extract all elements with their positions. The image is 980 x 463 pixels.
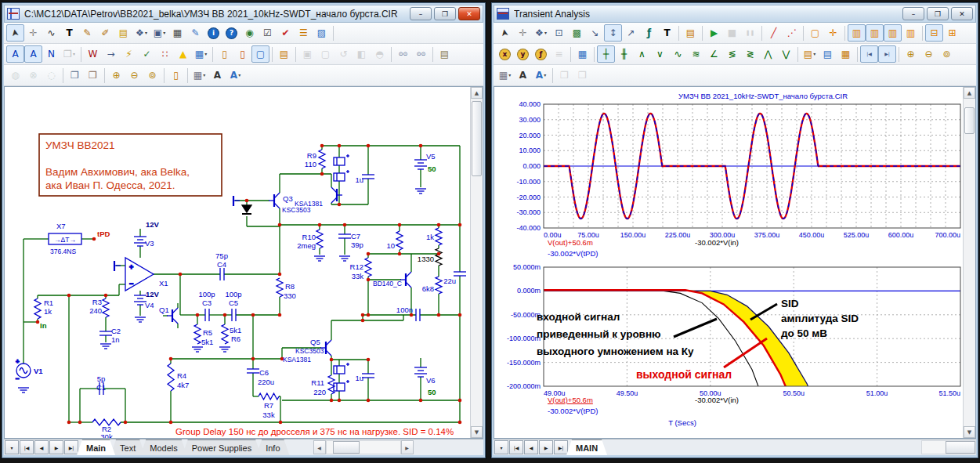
font-button[interactable]: A	[514, 67, 532, 84]
split-view-button[interactable]: ▦▾	[190, 67, 208, 84]
font-button[interactable]: A	[208, 67, 226, 84]
font-color-button[interactable]: A▾	[226, 67, 244, 84]
analysis-titlebar[interactable]: Transient Analysis – ❐ ✕	[494, 5, 976, 23]
scroll-down-icon[interactable]: ▼	[964, 426, 975, 438]
scroll-left-icon[interactable]: ◀	[313, 440, 326, 454]
envelope-bottom-button[interactable]: ⋁	[777, 45, 795, 63]
select-tool-button[interactable]: ➤	[496, 24, 514, 42]
watch-nodes-button[interactable]: W	[84, 45, 102, 63]
tab-prev-button[interactable]: ◀	[524, 440, 538, 454]
tab-last-button[interactable]: ▶|	[554, 440, 568, 454]
go-to-crossing-button[interactable]: ≶	[723, 45, 741, 63]
clipboard-copy-button[interactable]: ▤▾	[801, 45, 819, 63]
tab-menu-button[interactable]: ▾	[494, 440, 508, 454]
info-button[interactable]: i	[204, 24, 222, 42]
zoom-out-button[interactable]: ⊖	[920, 45, 938, 63]
text-mode-button[interactable]: T	[658, 24, 676, 42]
pan-tool-button[interactable]: ✛	[514, 24, 532, 42]
tab-last-button[interactable]: ▶|	[64, 440, 78, 454]
properties-button[interactable]: ▤	[682, 24, 700, 42]
cursor-branch-button[interactable]: ╫	[615, 45, 633, 63]
panel-single-button[interactable]: ▥	[848, 24, 866, 42]
page-settings-button[interactable]: ▨	[313, 24, 331, 42]
cursor-mode-button[interactable]: ↕	[604, 24, 622, 42]
minimize-button[interactable]: –	[902, 7, 924, 20]
node-numbers-button[interactable]: N	[42, 45, 60, 63]
zoom-area-button[interactable]: ⊚	[143, 67, 161, 84]
enable-toggle-button[interactable]: ☑	[259, 24, 277, 42]
help-button[interactable]: ?	[222, 24, 240, 42]
tab-power-supplies[interactable]: Power Supplies	[183, 439, 261, 455]
pan-tool-button[interactable]: ✛	[24, 24, 42, 42]
go-to-value-button[interactable]: ▦	[837, 45, 855, 63]
analysis-horizontal-scrollbar[interactable]	[921, 440, 976, 454]
flag-mode-button[interactable]: ✐	[96, 24, 114, 42]
tab-prev-button[interactable]: ◀	[34, 440, 49, 454]
scroll-right-icon[interactable]: ▶	[401, 440, 414, 454]
expand-plot-button[interactable]: ✛	[824, 24, 842, 42]
schematic-horizontal-scrollbar[interactable]	[326, 440, 401, 454]
panel-wide-button[interactable]: ▥	[902, 24, 920, 42]
go-to-slope-button[interactable]: ∠	[705, 45, 723, 63]
page-view-button[interactable]: ▯	[167, 67, 185, 84]
bring-to-front-button[interactable]: ❐	[66, 67, 84, 84]
panel-stack-button[interactable]: ▥	[866, 24, 884, 42]
data-box-button[interactable]: ▢	[806, 24, 824, 42]
scroll-down-icon[interactable]: ▼	[471, 426, 483, 438]
minimize-button[interactable]: –	[410, 7, 432, 20]
cursor-left-button[interactable]: |◀	[860, 45, 878, 63]
delete-tag-button[interactable]: ⋰	[783, 24, 801, 42]
tab-info[interactable]: Info	[256, 439, 289, 455]
text-mode-button[interactable]: T	[60, 24, 78, 42]
schematic-canvas[interactable]: +−+−X7→ΔT→376.4NStPD12VV3X112VV4Q1R11kIn…	[5, 87, 472, 438]
scrollbar-thumb[interactable]	[964, 107, 975, 134]
panel-tile-button[interactable]: ▥	[884, 24, 902, 42]
new-page-button[interactable]: ▯	[215, 45, 233, 63]
select-region-button[interactable]: ▢	[251, 45, 269, 63]
graphics-mode-button[interactable]: ✎	[78, 24, 96, 42]
one-curve-button[interactable]: ⊟	[925, 24, 943, 42]
zoom-in-button[interactable]: ⊕	[107, 67, 125, 84]
pin-connections-button[interactable]: →	[102, 45, 120, 63]
bus-mode-button[interactable]: ▤	[114, 24, 132, 42]
plot-limits-button[interactable]: ▦	[573, 45, 591, 63]
analysis-vertical-scrollbar[interactable]: ▲ ▼	[963, 87, 975, 438]
tab-first-button[interactable]: |◀	[20, 440, 34, 454]
go-to-ripple-button[interactable]: ≋	[687, 45, 705, 63]
formula-mode-button[interactable]: ƒ	[640, 24, 658, 42]
run-button[interactable]: ▶	[705, 24, 723, 42]
attribute-wave-button[interactable]: A	[24, 45, 42, 63]
scale-mode-button[interactable]: ↘	[586, 24, 604, 42]
spreadsheet-button[interactable]: ▦	[168, 24, 186, 42]
cursor-select-button[interactable]: ┼	[597, 45, 615, 63]
help-on-web-button[interactable]: ◉	[240, 24, 259, 42]
schematic-titlebar[interactable]: C:\MC12\DATA\Petrov\BB2021_belka\УМЗЧ ВВ…	[4, 5, 483, 23]
tab-main[interactable]: MAIN	[566, 439, 607, 455]
tab-models[interactable]: Models	[140, 439, 186, 455]
select-tool-button[interactable]: ➤	[6, 24, 24, 42]
maximize-button[interactable]: ❐	[927, 7, 949, 20]
scroll-up-icon[interactable]: ▲	[471, 87, 483, 99]
close-button[interactable]: ✕	[951, 7, 973, 20]
x-axis-settings-button[interactable]: x	[496, 45, 514, 63]
envelope-top-button[interactable]: ⋀	[759, 45, 777, 63]
flowchart-picker-button[interactable]: ▣▾	[150, 24, 168, 42]
attribute-text-button[interactable]: A	[6, 45, 24, 63]
scrollbar-thumb[interactable]	[472, 101, 482, 176]
font-color-button[interactable]: A▾	[532, 67, 550, 84]
zoom-out-button[interactable]: ⊖	[125, 67, 143, 84]
power-pins-button[interactable]: ⚡	[120, 45, 138, 63]
close-button[interactable]: ✕	[458, 7, 480, 20]
schematic-vertical-scrollbar[interactable]: ▲ ▼	[470, 87, 483, 438]
go-to-peak-button[interactable]: ∧	[633, 45, 651, 63]
node-snap-button[interactable]: ∷	[156, 45, 174, 63]
wire-mode-button[interactable]: ∿	[42, 24, 60, 42]
cursor-right-button[interactable]: ▶|	[878, 45, 896, 63]
thumbnail-button[interactable]: ⊞	[943, 24, 961, 42]
go-to-wave-button[interactable]: ∿	[669, 45, 687, 63]
tab-next-button[interactable]: ▶	[49, 440, 63, 454]
go-to-extremes-button[interactable]: ≷	[741, 45, 759, 63]
point-tag-mode-button[interactable]: ↗	[622, 24, 640, 42]
go-to-valley-button[interactable]: ∨	[651, 45, 669, 63]
numeric-output-button[interactable]: ▤	[819, 45, 837, 63]
